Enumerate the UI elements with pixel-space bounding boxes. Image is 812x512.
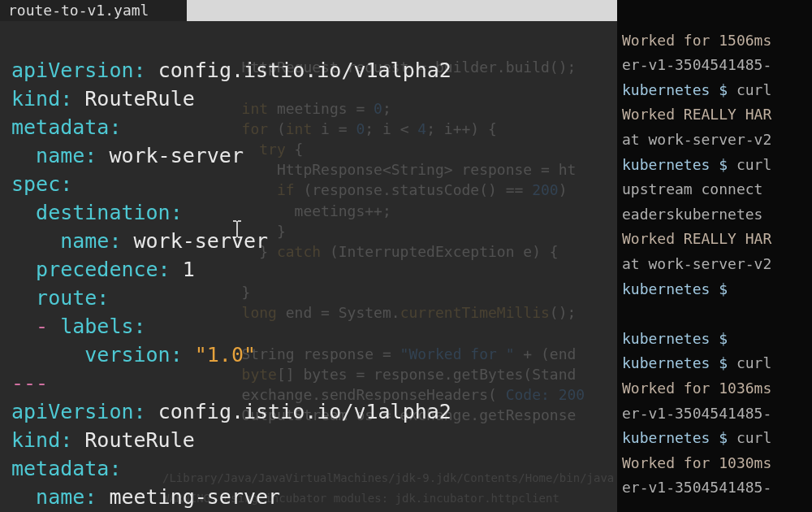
yaml-editor[interactable]: apiVersion: config.istio.io/v1alpha2 kin… <box>0 21 617 512</box>
terminal-pane[interactable]: Worked for 1506ms er-v1-3504541485- kube… <box>617 0 812 512</box>
yaml-dash: - <box>11 315 60 338</box>
editor-tab-active[interactable]: route-to-v1.yaml <box>0 0 187 21</box>
term-prompt: kubernetes $ <box>622 280 728 297</box>
yaml-key: metadata: <box>11 457 121 480</box>
yaml-doc-separator: --- <box>11 371 48 395</box>
term-line: er-v1-3504541485- <box>622 479 771 496</box>
yaml-key: metadata: <box>11 115 121 139</box>
yaml-key: kind: <box>11 87 72 111</box>
term-line: er-v1-3504541485- <box>622 56 771 73</box>
term-line: Worked for 1030ms <box>622 454 771 471</box>
yaml-key: name: <box>11 485 97 509</box>
term-line: Worked for 1036ms <box>622 380 771 397</box>
yaml-key: route: <box>11 286 109 310</box>
term-prompt: kubernetes $ <box>622 156 736 173</box>
tab-filename: route-to-v1.yaml <box>8 2 149 19</box>
yaml-key: name: <box>11 144 97 167</box>
term-line: upstream connect <box>622 180 771 197</box>
term-line: eaderskubernetes <box>622 206 771 223</box>
term-prompt: kubernetes $ <box>622 330 728 347</box>
editor-tab-bar <box>187 0 617 21</box>
yaml-key: apiVersion: <box>11 59 146 82</box>
term-line: at work-server-v2 <box>622 131 771 148</box>
yaml-key: apiVersion: <box>11 400 146 423</box>
term-prompt: kubernetes $ <box>622 354 736 371</box>
term-line: at work-server-v2 <box>622 255 771 272</box>
yaml-key: version: <box>11 343 183 367</box>
yaml-key: precedence: <box>11 258 171 281</box>
term-line: er-v1-3504541485- <box>622 405 771 422</box>
yaml-key: kind: <box>11 428 72 452</box>
yaml-key: spec: <box>11 172 72 196</box>
yaml-key: destination: <box>11 201 183 224</box>
yaml-key: name: <box>11 229 121 253</box>
term-line: Worked REALLY HAR <box>622 106 771 123</box>
term-prompt: kubernetes $ <box>622 81 736 98</box>
term-line: Worked REALLY HAR <box>622 230 771 247</box>
term-prompt: kubernetes $ <box>622 429 736 446</box>
term-line: Worked for 1506ms <box>622 32 771 49</box>
